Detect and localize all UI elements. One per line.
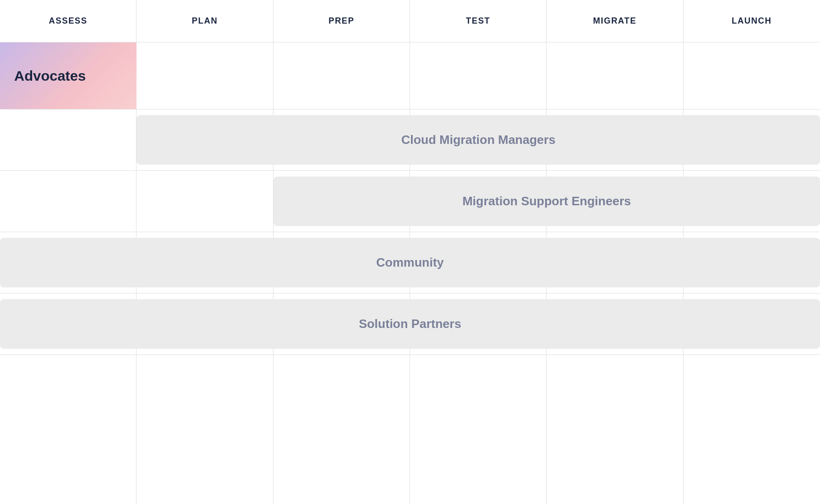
header-assess: ASSESS: [0, 0, 137, 42]
community-card: Community: [0, 238, 820, 287]
advocates-label: Advocates: [14, 68, 86, 84]
header-row: ASSESS PLAN PREP TEST MIGRATE LAUNCH: [0, 0, 820, 42]
solution-partners-card: Solution Partners: [0, 299, 820, 349]
migration-support-engineers-label: Migration Support Engineers: [462, 194, 631, 209]
solution-partners-label: Solution Partners: [359, 317, 461, 331]
header-migrate: MIGRATE: [547, 0, 683, 42]
grid-lines-bottom: [0, 355, 820, 504]
main-grid: ASSESS PLAN PREP TEST MIGRATE LAUNCH: [0, 0, 820, 504]
migration-support-engineers-band: Migration Support Engineers: [0, 171, 820, 232]
community-band: Community: [0, 232, 820, 294]
cloud-migration-managers-card: Cloud Migration Managers: [137, 115, 820, 165]
community-label: Community: [376, 255, 444, 270]
bottom-band: [0, 355, 820, 504]
advocates-band: Advocates: [0, 42, 820, 109]
content-area: Advocates Cloud Migration Managers: [0, 42, 820, 504]
header-launch: LAUNCH: [683, 0, 820, 42]
cloud-migration-managers-band: Cloud Migration Managers: [0, 109, 820, 171]
header-plan: PLAN: [137, 0, 273, 42]
advocates-card: Advocates: [0, 42, 137, 109]
migration-support-engineers-card: Migration Support Engineers: [273, 176, 820, 226]
solution-partners-band: Solution Partners: [0, 294, 820, 355]
header-test: TEST: [410, 0, 547, 42]
cloud-migration-managers-label: Cloud Migration Managers: [401, 133, 555, 147]
header-prep: PREP: [273, 0, 410, 42]
